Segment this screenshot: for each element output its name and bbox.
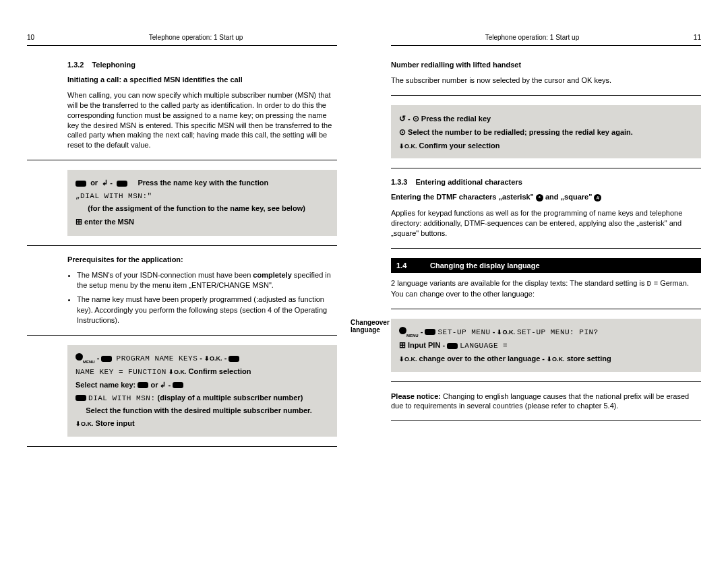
notice: Please notice: Changing to english langu…: [391, 392, 701, 412]
ok-icon: ⬇O.K.: [497, 329, 515, 336]
instruction-box: MENU - PROGRAM NAME KEYS - ⬇O.K. - NAME …: [67, 345, 337, 436]
list-item: The MSN's of your ISDN-connection must h…: [77, 270, 337, 291]
instruction-box: ↺ - ⊙ Press the redial key ⊙ Select the …: [391, 105, 701, 158]
hook-icon: ↲: [102, 179, 108, 187]
key-icon: [229, 356, 239, 362]
ok-icon: ⬇O.K.: [547, 356, 565, 363]
header-text: Telephone operation: 1 Start up: [485, 34, 580, 41]
paragraph: The subscriber number is now selected by…: [391, 75, 701, 86]
hash-icon: #: [594, 194, 601, 201]
ok-icon: ⬇O.K.: [399, 356, 417, 363]
key-icon: [425, 329, 435, 335]
divider: [27, 160, 337, 160]
key-icon: [75, 181, 86, 187]
side-label: Changeover language: [351, 319, 392, 334]
menu-icon: [399, 327, 406, 334]
key-icon: [173, 382, 183, 388]
key-icon: [75, 395, 86, 401]
handset-icon: ↺: [399, 114, 406, 123]
paragraph: Applies for keypad functions as well as …: [391, 208, 701, 239]
right-page: Telephone operation: 1 Start up 11 Numbe…: [364, 0, 728, 562]
redial-icon: ⊙: [399, 127, 406, 137]
ok-icon: ⬇O.K.: [204, 355, 222, 362]
divider: [391, 381, 701, 382]
hook-icon: ↲: [160, 381, 166, 389]
divider: [391, 95, 701, 96]
divider: [391, 420, 701, 421]
paragraph: 2 language variants are available for th…: [391, 278, 701, 299]
redial-icon: ⊙: [413, 114, 419, 123]
menu-icon: [75, 353, 83, 361]
asterisk-icon: *: [536, 194, 543, 201]
key-icon: [138, 382, 148, 388]
divider: [27, 245, 337, 246]
divider: [27, 335, 337, 336]
sub-heading: Entering the DTMF characters „asterisk" …: [391, 193, 701, 201]
ok-icon: ⬇O.K.: [169, 369, 187, 375]
section-bar: 1.4Changing the display language: [391, 258, 701, 273]
section-heading: 1.3.2Telephoning: [67, 61, 337, 69]
section-heading: 1.3.3Entering additional characters: [391, 178, 701, 186]
divider: [391, 168, 701, 168]
key-icon: [101, 356, 112, 362]
sub-heading: Prerequisites for the application:: [67, 255, 337, 263]
key-icon: [447, 343, 458, 349]
divider: [27, 446, 337, 447]
key-icon: [117, 181, 127, 187]
ok-icon: ⬇O.K.: [399, 143, 417, 150]
sub-heading: Initiating a call: a specified MSN ident…: [67, 75, 337, 84]
instruction-box: MENU - SET-UP MENU - ⬇O.K. SET-UP MENU: …: [391, 319, 701, 372]
display-text: „DIAL WITH MSN:": [75, 192, 152, 200]
paragraph: When calling, you can now specify which …: [67, 90, 337, 150]
list-item: The name key must have been properly pro…: [77, 294, 337, 325]
ok-icon: ⬇O.K.: [75, 420, 94, 427]
page-number: 10: [27, 34, 34, 41]
header-right: Telephone operation: 1 Start up 11: [391, 34, 701, 46]
sub-heading: Number redialling with lifted handset: [391, 61, 701, 69]
divider: [391, 309, 701, 309]
instruction-box: or ↲ - Press the name key with the funct…: [67, 170, 337, 235]
divider: [391, 248, 701, 249]
header-left: 10 Telephone operation: 1 Start up: [27, 34, 337, 46]
prereq-list: The MSN's of your ISDN-connection must h…: [67, 270, 337, 326]
left-page: 10 Telephone operation: 1 Start up 1.3.2…: [0, 0, 364, 562]
keypad-icon: ⊞: [399, 340, 406, 350]
keypad-icon: ⊞: [75, 217, 82, 226]
header-text: Telephone operation: 1 Start up: [149, 34, 243, 41]
page-number: 11: [694, 34, 701, 41]
